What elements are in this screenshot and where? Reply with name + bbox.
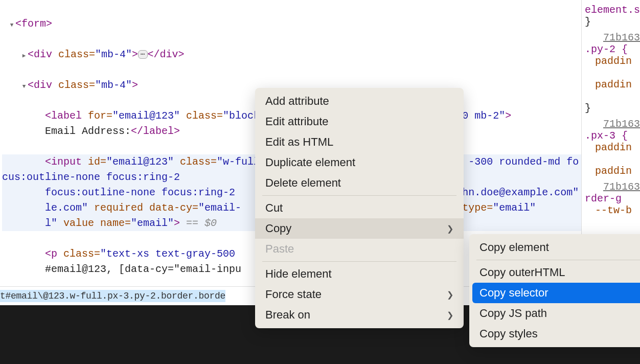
ellipsis-icon[interactable]: ⋯	[138, 50, 147, 59]
context-menu: Add attribute Edit attribute Edit as HTM…	[255, 88, 464, 328]
menu-paste: Paste	[255, 239, 464, 259]
menu-hide[interactable]: Hide element	[255, 264, 464, 284]
menu-edit-html[interactable]: Edit as HTML	[255, 132, 464, 152]
copy-submenu: Copy element Copy outerHTML Copy selecto…	[469, 234, 640, 347]
submenu-copy-jspath[interactable]: Copy JS path	[469, 303, 640, 324]
menu-copy[interactable]: Copy❯	[255, 218, 464, 239]
submenu-copy-styles[interactable]: Copy styles	[469, 324, 640, 344]
submenu-copy-outerhtml[interactable]: Copy outerHTML	[469, 262, 640, 283]
menu-separator	[262, 195, 456, 196]
submenu-copy-element[interactable]: Copy element	[469, 237, 640, 258]
menu-separator	[476, 260, 640, 260]
menu-cut[interactable]: Cut	[255, 198, 464, 218]
menu-edit-attribute[interactable]: Edit attribute	[255, 111, 464, 132]
menu-break-on[interactable]: Break on❯	[255, 305, 464, 325]
stylesheet-link[interactable]: 71b163	[603, 118, 640, 130]
menu-delete[interactable]: Delete element	[255, 173, 464, 193]
menu-add-attribute[interactable]: Add attribute	[255, 91, 464, 111]
menu-force-state[interactable]: Force state❯	[255, 284, 464, 305]
stylesheet-link[interactable]: 71b163	[603, 32, 640, 43]
expand-arrow-icon[interactable]	[8, 16, 15, 32]
stylesheet-link[interactable]: 71b163	[603, 181, 640, 193]
chevron-right-icon: ❯	[447, 290, 453, 300]
expand-arrow-icon[interactable]	[20, 47, 28, 62]
tag-form[interactable]: <form>	[15, 18, 52, 30]
menu-duplicate[interactable]: Duplicate element	[255, 152, 464, 173]
chevron-right-icon: ❯	[447, 224, 453, 234]
chevron-right-icon: ❯	[447, 310, 453, 320]
expand-arrow-icon[interactable]	[20, 78, 28, 93]
submenu-copy-selector[interactable]: Copy selector	[472, 283, 640, 303]
menu-separator	[262, 261, 456, 262]
